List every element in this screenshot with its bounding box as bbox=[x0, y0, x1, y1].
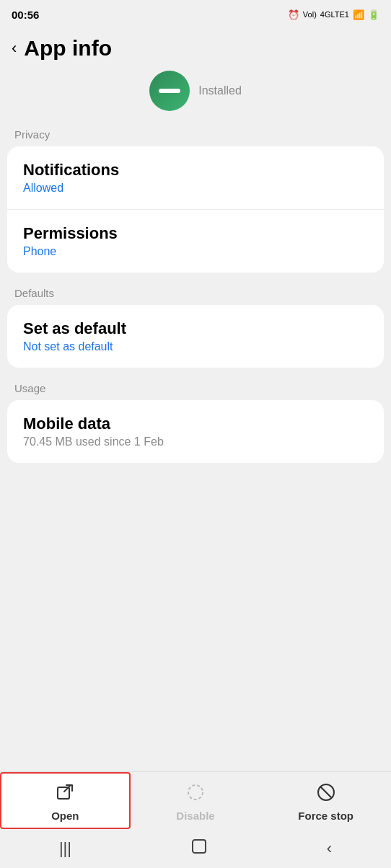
permissions-title: Permissions bbox=[23, 224, 368, 243]
nav-home-icon[interactable] bbox=[190, 837, 208, 860]
privacy-card: Notifications Allowed Permissions Phone bbox=[7, 146, 384, 273]
svg-rect-0 bbox=[159, 89, 180, 93]
set-as-default-title: Set as default bbox=[23, 319, 368, 338]
disable-icon bbox=[185, 782, 206, 807]
notifications-item[interactable]: Notifications Allowed bbox=[7, 146, 384, 210]
install-status: Installed bbox=[198, 84, 242, 97]
defaults-section-label: Defaults bbox=[0, 275, 391, 305]
notifications-title: Notifications bbox=[23, 161, 368, 180]
disable-label: Disable bbox=[176, 810, 214, 822]
mobile-data-subtitle: 70.45 MB used since 1 Feb bbox=[23, 435, 368, 448]
mobile-data-title: Mobile data bbox=[23, 415, 368, 433]
disable-button[interactable]: Disable bbox=[131, 772, 261, 829]
permissions-subtitle: Phone bbox=[23, 245, 368, 258]
page-title: App info bbox=[24, 36, 112, 61]
bottom-action-bar: Open Disable Force stop bbox=[0, 771, 391, 829]
permissions-item[interactable]: Permissions Phone bbox=[7, 210, 384, 273]
nav-back-icon[interactable]: ‹ bbox=[327, 839, 332, 858]
battery-icon: 🔋 bbox=[368, 9, 379, 20]
open-icon bbox=[55, 782, 75, 807]
open-button[interactable]: Open bbox=[0, 772, 131, 829]
svg-line-4 bbox=[321, 787, 331, 797]
force-stop-label: Force stop bbox=[298, 810, 353, 822]
app-icon bbox=[149, 71, 190, 111]
set-as-default-item[interactable]: Set as default Not set as default bbox=[7, 305, 384, 368]
force-stop-button[interactable]: Force stop bbox=[260, 772, 391, 829]
open-label: Open bbox=[51, 810, 79, 822]
status-icons: ⏰ Vol) 4GLTE1 📶 🔋 bbox=[288, 9, 379, 20]
svg-point-2 bbox=[188, 785, 203, 800]
privacy-section-label: Privacy bbox=[0, 117, 391, 146]
usage-section-label: Usage bbox=[0, 371, 391, 400]
back-button[interactable]: ‹ bbox=[12, 40, 17, 56]
notifications-subtitle: Allowed bbox=[23, 182, 368, 195]
usage-card: Mobile data 70.45 MB used since 1 Feb bbox=[7, 400, 384, 463]
status-bar: 00:56 ⏰ Vol) 4GLTE1 📶 🔋 bbox=[0, 0, 391, 29]
nav-recents-icon[interactable]: ||| bbox=[59, 839, 71, 858]
header: ‹ App info bbox=[0, 29, 391, 71]
status-time: 00:56 bbox=[12, 9, 39, 21]
nav-bar: ||| ‹ bbox=[0, 829, 391, 868]
svg-rect-5 bbox=[193, 840, 206, 853]
alarm-icon: ⏰ bbox=[288, 9, 299, 20]
app-icon-area: Installed bbox=[0, 71, 391, 117]
defaults-card: Set as default Not set as default bbox=[7, 305, 384, 368]
vol-icon: Vol) bbox=[303, 10, 317, 19]
set-as-default-subtitle: Not set as default bbox=[23, 340, 368, 353]
mobile-data-item[interactable]: Mobile data 70.45 MB used since 1 Feb bbox=[7, 400, 384, 463]
force-stop-icon bbox=[316, 782, 336, 807]
lte-icon: 4GLTE1 bbox=[320, 10, 349, 19]
signal-icon: 📶 bbox=[353, 9, 364, 20]
